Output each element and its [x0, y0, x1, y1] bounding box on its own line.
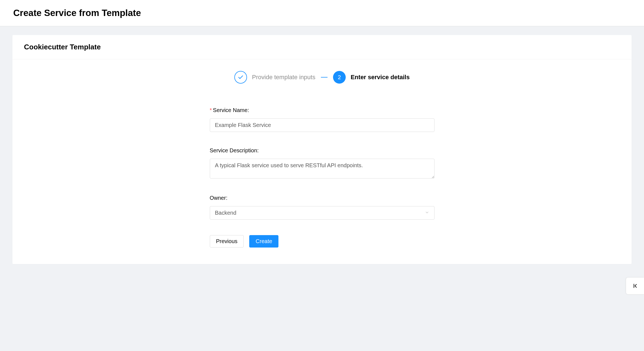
owner-label: Owner:: [210, 195, 434, 201]
step-2-label: Enter service details: [351, 74, 410, 81]
owner-select[interactable]: Backend: [210, 206, 434, 220]
service-name-group: *Service Name:: [210, 107, 434, 132]
card-title: Cookiecutter Template: [24, 43, 620, 51]
stepper: Provide template inputs 2 Enter service …: [12, 71, 632, 84]
checkmark-icon: [238, 74, 244, 80]
service-name-label: *Service Name:: [210, 107, 434, 113]
service-name-input[interactable]: [210, 118, 434, 132]
chevron-first-icon: [632, 283, 638, 289]
owner-group: Owner: Backend: [210, 195, 434, 220]
card-header: Cookiecutter Template: [12, 35, 632, 59]
service-description-group: Service Description: A typical Flask ser…: [210, 147, 434, 179]
create-button[interactable]: Create: [249, 235, 278, 248]
label-colon: :: [257, 147, 259, 153]
form: *Service Name: Service Description: A ty…: [210, 107, 434, 248]
content-wrapper: Cookiecutter Template Provide template i…: [0, 26, 644, 273]
chevron-down-icon: [425, 210, 429, 216]
main-card: Cookiecutter Template Provide template i…: [12, 35, 632, 264]
page-header: Create Service from Template: [0, 0, 644, 26]
owner-select-value: Backend: [215, 210, 237, 216]
collapse-panel-button[interactable]: [626, 277, 644, 294]
previous-button[interactable]: Previous: [210, 235, 244, 248]
label-colon: :: [248, 107, 249, 113]
card-body: Provide template inputs 2 Enter service …: [12, 59, 632, 264]
service-description-label: Service Description:: [210, 147, 434, 154]
owner-label-text: Owner: [210, 195, 226, 201]
step-2: 2 Enter service details: [333, 71, 410, 84]
step-1: Provide template inputs: [234, 71, 315, 84]
step-2-indicator: 2: [333, 71, 346, 84]
page-title: Create Service from Template: [13, 8, 631, 18]
service-description-label-text: Service Description: [210, 147, 257, 153]
step-1-label: Provide template inputs: [252, 74, 315, 81]
service-name-label-text: Service Name: [213, 107, 248, 113]
button-row: Previous Create: [210, 235, 434, 248]
service-description-input[interactable]: A typical Flask service used to serve RE…: [210, 159, 434, 179]
step-1-indicator: [234, 71, 247, 84]
required-asterisk: *: [210, 107, 212, 113]
label-colon: :: [226, 195, 227, 201]
step-connector: [321, 77, 328, 78]
